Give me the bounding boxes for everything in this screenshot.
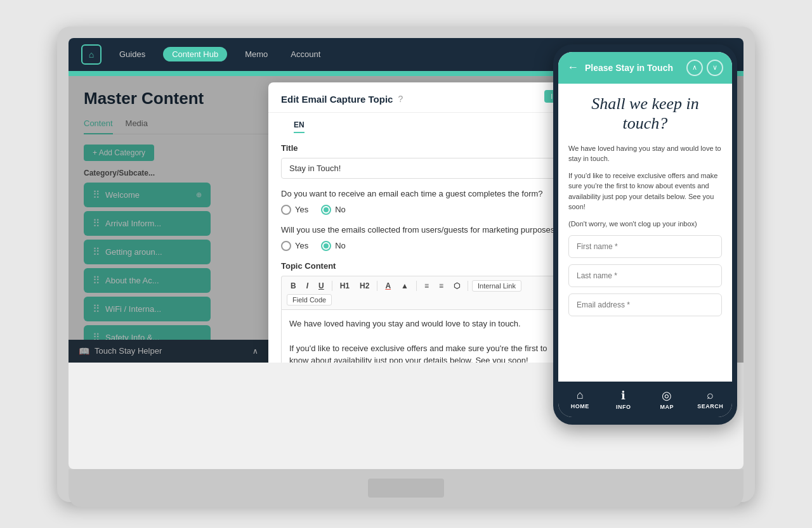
q1-no-radio[interactable] xyxy=(321,205,331,215)
internal-link-button[interactable]: Internal Link xyxy=(472,280,521,292)
phone-nav-map[interactable]: ◎ MAP xyxy=(645,383,689,415)
home-nav-icon: ⌂ xyxy=(577,389,584,402)
q1-no-option[interactable]: No xyxy=(321,205,346,215)
map-nav-label: MAP xyxy=(660,404,674,410)
info-nav-label: INFO xyxy=(616,404,631,410)
edit-email-capture-modal: Edit Email Capture Topic ? Ins EN Title … xyxy=(268,82,579,363)
phone-nav-search[interactable]: ⌕ SEARCH xyxy=(689,383,733,415)
map-nav-icon: ◎ xyxy=(662,389,672,402)
phone-bottom-nav: ⌂ HOME ℹ INFO ◎ MAP ⌕ SEARCH xyxy=(558,382,732,417)
bold-button[interactable]: B xyxy=(287,280,300,292)
laptop-base xyxy=(69,469,743,507)
question2-text: Will you use the emails collected from u… xyxy=(281,225,566,235)
laptop-screen: ⌂ Guides Content Hub Memo Account Help &… xyxy=(69,38,743,469)
phone-back-button[interactable]: ← xyxy=(567,61,579,74)
h1-button[interactable]: H1 xyxy=(336,280,353,292)
field-code-button[interactable]: Field Code xyxy=(287,294,332,306)
q2-no-label: No xyxy=(335,241,346,250)
q1-yes-option[interactable]: Yes xyxy=(281,205,308,215)
phone-up-icon[interactable]: ∧ xyxy=(686,60,703,76)
modal-help-icon[interactable]: ? xyxy=(398,94,403,104)
nav-account[interactable]: Account xyxy=(285,47,325,61)
editor-text-2: If you'd like to receive exclusive offer… xyxy=(289,344,547,363)
q1-no-label: No xyxy=(335,205,346,214)
question2-radio-group: Yes No xyxy=(281,241,566,251)
home-nav-label: HOME xyxy=(571,403,589,409)
font-color-button[interactable]: A xyxy=(381,280,395,292)
underline-button[interactable]: U xyxy=(315,280,328,292)
laptop-trackpad xyxy=(368,479,444,498)
phone-screen: ← Please Stay in Touch ∧ ∨ Shall we keep… xyxy=(558,52,732,417)
title-input[interactable] xyxy=(281,158,566,179)
search-nav-icon: ⌕ xyxy=(707,389,714,402)
phone-last-name-input[interactable] xyxy=(568,264,722,287)
q1-yes-radio[interactable] xyxy=(281,205,291,215)
title-field-label: Title xyxy=(281,143,566,153)
q2-yes-label: Yes xyxy=(295,241,308,250)
search-nav-label: SEARCH xyxy=(697,403,723,409)
q2-yes-radio[interactable] xyxy=(281,241,291,251)
link-button[interactable]: ⬡ xyxy=(450,280,464,292)
phone-header-title: Please Stay in Touch xyxy=(585,63,680,73)
editor-toolbar: B I U H1 H2 A ▲ ≡ ≡ ⬡ xyxy=(281,276,566,309)
italic-button[interactable]: I xyxy=(303,280,312,292)
ordered-list-button[interactable]: ≡ xyxy=(435,280,447,292)
q2-no-option[interactable]: No xyxy=(321,241,346,251)
question1-radio-group: Yes No xyxy=(281,205,566,215)
modal-header: Edit Email Capture Topic ? Ins xyxy=(268,82,579,113)
phone-body-p1: We have loved having you stay and would … xyxy=(568,143,722,164)
topic-content-editor[interactable]: We have loved having you stay and would … xyxy=(281,309,566,363)
question1-text: Do you want to receive an email each tim… xyxy=(281,189,566,198)
phone-email-input[interactable] xyxy=(568,293,722,316)
nav-logo: ⌂ xyxy=(81,44,102,65)
language-tab-en[interactable]: EN xyxy=(294,120,304,133)
nav-content-hub[interactable]: Content Hub xyxy=(163,47,227,61)
phone-body-p2: If you'd like to receive exclusive offer… xyxy=(568,171,722,212)
separator2 xyxy=(377,281,377,291)
home-icon: ⌂ xyxy=(89,49,94,60)
q1-yes-label: Yes xyxy=(295,205,308,214)
editor-text: We have loved having you stay and would … xyxy=(289,319,521,328)
phone-mockup: ← Please Stay in Touch ∧ ∨ Shall we keep… xyxy=(553,44,737,425)
info-nav-icon: ℹ xyxy=(621,389,625,402)
modal-body: Title Do you want to receive an email ea… xyxy=(268,133,579,363)
highlight-button[interactable]: ▲ xyxy=(397,280,412,292)
phone-down-icon[interactable]: ∨ xyxy=(707,60,723,76)
unordered-list-button[interactable]: ≡ xyxy=(421,280,433,292)
phone-first-name-input[interactable] xyxy=(568,235,722,258)
phone-hero-title: Shall we keep in touch? xyxy=(568,94,722,133)
modal-title: Edit Email Capture Topic xyxy=(281,94,393,105)
separator4 xyxy=(468,281,468,291)
laptop-shell: ⌂ Guides Content Hub Memo Account Help &… xyxy=(57,27,755,502)
phone-nav-info[interactable]: ℹ INFO xyxy=(602,383,646,415)
phone-nav-icons: ∧ ∨ xyxy=(686,60,723,76)
h2-button[interactable]: H2 xyxy=(356,280,373,292)
separator1 xyxy=(332,281,332,291)
phone-body-p3: (Don't worry, we won't clog up your inbo… xyxy=(568,219,722,229)
q2-yes-option[interactable]: Yes xyxy=(281,241,308,251)
phone-nav-home[interactable]: ⌂ HOME xyxy=(558,383,602,415)
topic-content-label: Topic Content xyxy=(281,261,566,271)
nav-guides[interactable]: Guides xyxy=(114,47,150,61)
nav-memo[interactable]: Memo xyxy=(240,47,273,61)
phone-content: Shall we keep in touch? We have loved ha… xyxy=(558,84,732,382)
phone-header: ← Please Stay in Touch ∧ ∨ xyxy=(558,52,732,84)
separator3 xyxy=(416,281,417,291)
q2-no-radio[interactable] xyxy=(321,241,331,251)
